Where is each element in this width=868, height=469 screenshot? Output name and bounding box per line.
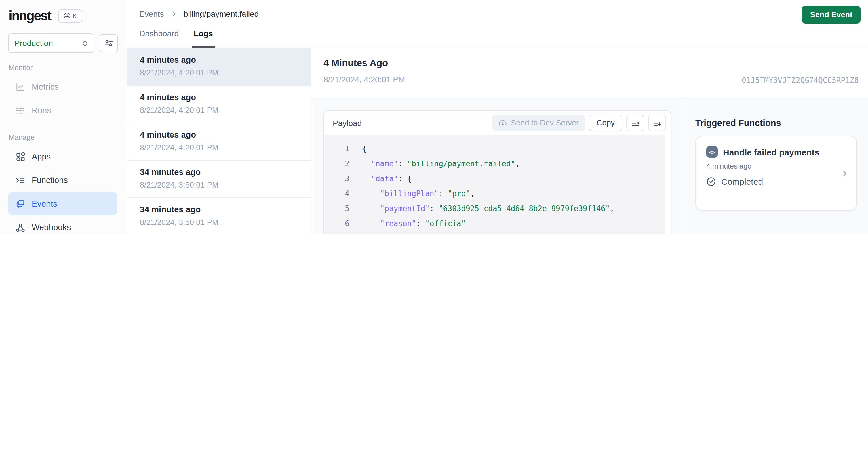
webhooks-icon [16,222,25,232]
check-circle-icon [706,177,716,186]
function-name: Handle failed payments [723,147,819,157]
payload-title: Payload [333,118,362,127]
code-line: 7 }, [324,231,665,234]
code-line: 2 "name": "billing/payment.failed", [324,157,665,171]
sidebar-item-webhooks[interactable]: Webhooks [8,216,117,234]
expand-lines-button[interactable] [648,115,666,131]
event-list-item[interactable]: 4 minutes ago8/21/2024, 4:20:01 PM [127,86,311,123]
command-k-shortcut[interactable]: ⌘ K [58,9,82,23]
sidebar-section-label: Monitor [0,53,127,75]
inngest-logo: inngest [9,8,51,24]
metrics-icon [16,82,25,92]
sliders-icon [104,38,114,48]
payload-code-editor[interactable]: 1{2 "name": "billing/payment.failed",3 "… [324,135,665,234]
event-list-item[interactable]: 34 minutes ago8/21/2024, 3:50:01 PM [127,161,311,198]
function-status-label: Completed [721,177,763,186]
sidebar-item-apps[interactable]: Apps [8,145,117,168]
cloud-download-icon [498,119,507,127]
breadcrumb: Events billing/payment.failed [139,9,259,19]
environment-selector[interactable]: Production [8,33,94,53]
chevron-right-icon[interactable] [840,169,849,178]
sidebar-section-label: Manage [0,123,127,145]
environment-row: Production [0,24,127,53]
event-list-item[interactable]: 4 minutes ago8/21/2024, 4:20:01 PM [127,48,311,86]
code-line: 1{ [324,142,665,157]
chevron-right-icon [170,10,178,18]
send-to-dev-server-button[interactable]: Send to Dev Server [492,115,585,131]
event-detail-title: 4 Minutes Ago [323,58,388,68]
copy-button[interactable]: Copy [589,115,622,131]
sidebar-nav: MonitorMetricsRunsManageAppsFunctionsEve… [0,53,127,234]
function-run-time: 4 minutes ago [706,162,847,170]
environment-label: Production [14,38,53,48]
functions-icon [16,175,25,185]
function-code-icon: <> [706,146,718,158]
sidebar: inngest ⌘ K Production MonitorMetricsRun… [0,0,127,234]
event-list-item[interactable]: 34 minutes ago8/21/2024, 3:50:01 PM [127,198,311,234]
divider [684,97,684,234]
event-detail-header: 4 Minutes Ago 8/21/2024, 4:20:01 PM 01J5… [311,48,868,97]
sidebar-item-events[interactable]: Events [8,192,117,215]
event-id: 01J5TMY3VJTZ2QG74QCC5RP1Z8 [742,76,859,85]
function-status: Completed [706,177,847,186]
payload-card: Payload Send to Dev Server Copy [323,111,671,234]
apps-icon [16,152,25,161]
top-bar: Events billing/payment.failed Dashboard … [127,0,868,48]
wrap-text-button[interactable] [626,115,644,131]
tab-dashboard[interactable]: Dashboard [139,27,179,48]
event-list-item[interactable]: 4 minutes ago8/21/2024, 4:20:01 PM [127,123,311,161]
sidebar-item-runs[interactable]: Runs [8,99,117,122]
triggered-functions-panel: Triggered Functions <> Handle failed pay… [695,97,857,234]
app-root: inngest ⌘ K Production MonitorMetricsRun… [0,0,868,234]
payload-header: Payload Send to Dev Server Copy [324,111,671,135]
event-log-list: 4 minutes ago8/21/2024, 4:20:01 PM4 minu… [127,48,311,234]
tabs: Dashboard Logs [139,27,213,48]
events-icon [16,199,25,209]
sidebar-item-metrics[interactable]: Metrics [8,75,117,98]
triggered-function-card[interactable]: <> Handle failed payments 4 minutes ago … [695,136,857,211]
breadcrumb-current: billing/payment.failed [184,9,259,19]
event-detail-content: Payload Send to Dev Server Copy [311,97,868,234]
chevron-updown-icon [81,39,89,48]
code-line: 3 "data": { [324,171,665,186]
code-line: 5 "paymentId": "6303d925-cda5-4d64-8b2e-… [324,201,665,216]
code-line: 4 "billingPlan": "pro", [324,186,665,201]
payload-actions: Send to Dev Server Copy [492,115,666,131]
logo-row: inngest ⌘ K [0,0,127,24]
expand-lines-icon [652,118,662,127]
code-line: 6 "reason": "officia" [324,216,665,231]
event-detail-timestamp: 8/21/2024, 4:20:01 PM [323,75,405,84]
send-event-button[interactable]: Send Event [802,6,861,24]
environment-settings-button[interactable] [100,34,118,52]
triggered-functions-heading: Triggered Functions [695,118,781,128]
sidebar-item-functions[interactable]: Functions [8,168,117,192]
wrap-text-icon [630,118,640,127]
breadcrumb-events-link[interactable]: Events [139,9,164,19]
event-detail-panel: 4 Minutes Ago 8/21/2024, 4:20:01 PM 01J5… [311,48,868,234]
runs-icon [16,105,25,115]
tab-logs[interactable]: Logs [194,27,213,48]
